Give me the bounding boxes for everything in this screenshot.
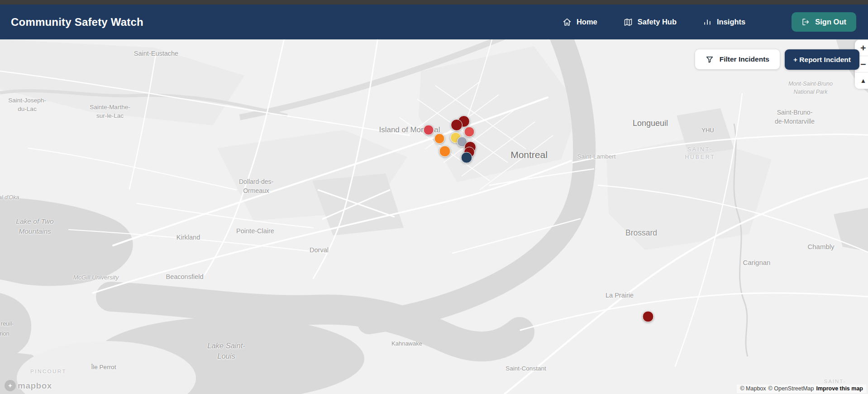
sign-out-button[interactable]: Sign Out bbox=[792, 12, 856, 32]
attribution-mapbox-link[interactable]: © Mapbox bbox=[740, 385, 766, 392]
filter-incidents-button[interactable]: Filter Incidents bbox=[695, 49, 780, 69]
incident-marker[interactable] bbox=[424, 125, 434, 135]
mapbox-logo-icon bbox=[5, 380, 16, 391]
map-canvas[interactable]: Saint-EustacheSaint-Joseph- du-LacSainte… bbox=[0, 39, 868, 394]
nav-safety-hub-label: Safety Hub bbox=[638, 18, 677, 26]
window-top-strip bbox=[0, 0, 868, 5]
compass-button[interactable]: ▲ bbox=[855, 72, 868, 89]
map-markers bbox=[0, 39, 868, 394]
compass-icon: ▲ bbox=[860, 77, 867, 84]
incident-marker[interactable] bbox=[461, 152, 472, 163]
nav-item-home[interactable]: Home bbox=[563, 18, 597, 27]
map-attribution: © Mapbox © OpenStreetMap Improve this ma… bbox=[737, 384, 866, 393]
sign-out-icon bbox=[801, 18, 810, 26]
incident-marker[interactable] bbox=[464, 127, 475, 137]
main-nav: Home Safety Hub Insights Sign Out bbox=[563, 12, 856, 32]
attribution-improve-link[interactable]: Improve this map bbox=[816, 385, 863, 392]
app-window: Community Safety Watch Home Safety Hub I… bbox=[0, 0, 868, 394]
report-incident-button[interactable]: + Report Incident bbox=[785, 49, 859, 70]
filter-icon bbox=[706, 55, 714, 63]
nav-item-safety-hub[interactable]: Safety Hub bbox=[624, 18, 677, 27]
sign-out-label: Sign Out bbox=[815, 18, 846, 26]
map-toolbar: Filter Incidents + Report Incident bbox=[695, 49, 859, 70]
incident-marker[interactable] bbox=[451, 119, 463, 131]
map-icon bbox=[624, 18, 633, 27]
nav-home-label: Home bbox=[577, 18, 597, 26]
home-icon bbox=[563, 18, 572, 27]
app-title: Community Safety Watch bbox=[11, 16, 143, 29]
incident-marker[interactable] bbox=[643, 311, 654, 322]
incident-marker[interactable] bbox=[434, 134, 445, 144]
nav-insights-label: Insights bbox=[717, 18, 745, 26]
incident-marker[interactable] bbox=[439, 146, 451, 157]
app-header: Community Safety Watch Home Safety Hub I… bbox=[0, 5, 868, 39]
bar-chart-icon bbox=[703, 18, 712, 27]
report-incident-label: + Report Incident bbox=[793, 56, 851, 63]
mapbox-logo[interactable]: mapbox bbox=[5, 380, 52, 391]
filter-incidents-label: Filter Incidents bbox=[720, 55, 769, 63]
mapbox-wordmark: mapbox bbox=[18, 381, 52, 391]
nav-item-insights[interactable]: Insights bbox=[703, 18, 745, 27]
attribution-osm-link[interactable]: © OpenStreetMap bbox=[768, 385, 814, 392]
